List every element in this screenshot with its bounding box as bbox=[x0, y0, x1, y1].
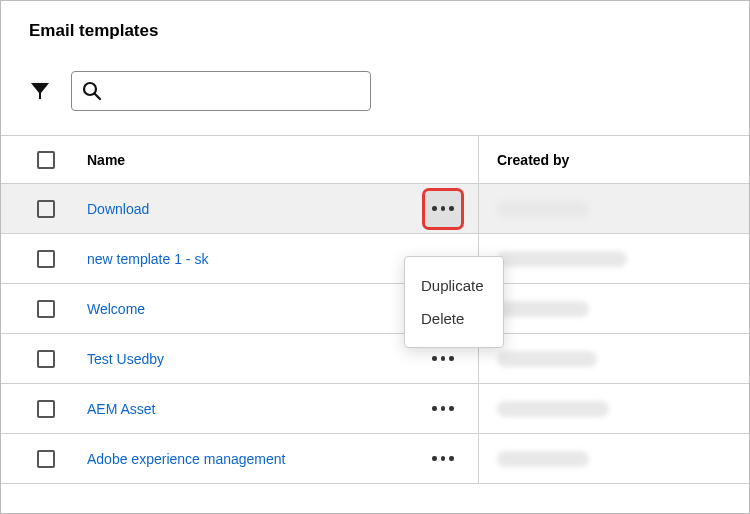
created-by-cell bbox=[479, 201, 749, 217]
table-row: Test Usedby bbox=[1, 334, 749, 384]
created-by-cell bbox=[479, 251, 749, 267]
template-name-link[interactable]: Welcome bbox=[87, 301, 408, 317]
row-checkbox[interactable] bbox=[37, 200, 55, 218]
created-by-value bbox=[497, 301, 589, 317]
more-icon bbox=[432, 456, 454, 461]
search-input[interactable] bbox=[110, 83, 360, 100]
created-by-value bbox=[497, 401, 609, 417]
created-by-cell bbox=[479, 451, 749, 467]
row-context-menu: DuplicateDelete bbox=[404, 256, 504, 348]
svg-marker-0 bbox=[31, 83, 49, 99]
created-by-cell bbox=[479, 401, 749, 417]
template-name-link[interactable]: Test Usedby bbox=[87, 351, 408, 367]
column-header-name[interactable]: Name bbox=[87, 152, 408, 168]
row-checkbox[interactable] bbox=[37, 350, 55, 368]
svg-line-2 bbox=[95, 94, 100, 99]
template-name-link[interactable]: Download bbox=[87, 201, 408, 217]
more-actions-button[interactable] bbox=[425, 191, 461, 227]
more-actions-button[interactable] bbox=[425, 391, 461, 427]
column-header-createdby[interactable]: Created by bbox=[479, 152, 749, 168]
table-row: Adobe experience management bbox=[1, 434, 749, 484]
row-checkbox[interactable] bbox=[37, 300, 55, 318]
table-row: Welcome bbox=[1, 284, 749, 334]
table-header-row: Name Created by bbox=[1, 136, 749, 184]
template-name-link[interactable]: Adobe experience management bbox=[87, 451, 408, 467]
table-row: new template 1 - sk bbox=[1, 234, 749, 284]
created-by-value bbox=[497, 201, 589, 217]
more-icon bbox=[432, 356, 454, 361]
more-icon bbox=[432, 406, 454, 411]
row-checkbox[interactable] bbox=[37, 400, 55, 418]
context-menu-item[interactable]: Delete bbox=[405, 302, 503, 335]
svg-point-1 bbox=[84, 83, 96, 95]
table-row: Download bbox=[1, 184, 749, 234]
search-input-wrapper bbox=[71, 71, 371, 111]
created-by-value bbox=[497, 451, 589, 467]
more-actions-button[interactable] bbox=[425, 441, 461, 477]
row-checkbox[interactable] bbox=[37, 450, 55, 468]
table-row: AEM Asset bbox=[1, 384, 749, 434]
created-by-cell bbox=[479, 351, 749, 367]
filter-icon[interactable] bbox=[29, 80, 51, 102]
row-checkbox[interactable] bbox=[37, 250, 55, 268]
search-icon bbox=[82, 81, 102, 101]
toolbar bbox=[29, 71, 749, 111]
select-all-checkbox[interactable] bbox=[37, 151, 55, 169]
template-name-link[interactable]: AEM Asset bbox=[87, 401, 408, 417]
created-by-cell bbox=[479, 301, 749, 317]
context-menu-item[interactable]: Duplicate bbox=[405, 269, 503, 302]
templates-table: Name Created by Downloadnew template 1 -… bbox=[1, 135, 749, 484]
page-title: Email templates bbox=[29, 21, 749, 41]
created-by-value bbox=[497, 351, 597, 367]
more-icon bbox=[432, 206, 454, 211]
template-name-link[interactable]: new template 1 - sk bbox=[87, 251, 408, 267]
created-by-value bbox=[497, 251, 627, 267]
